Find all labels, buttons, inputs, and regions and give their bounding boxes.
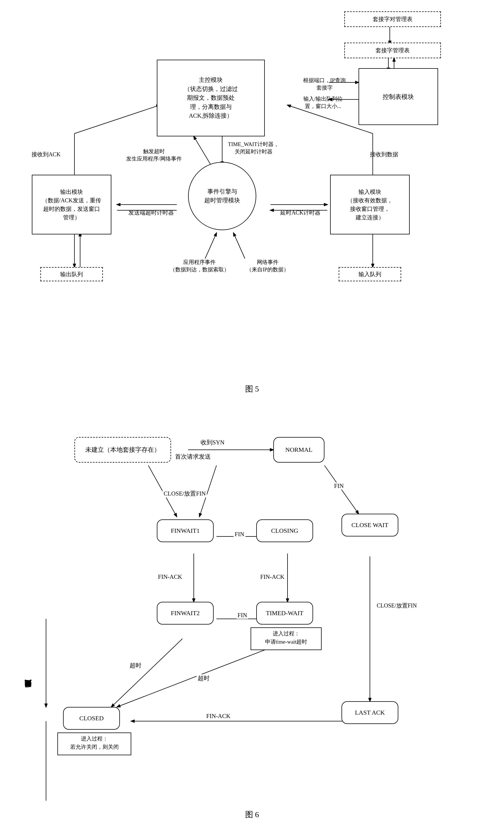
control-table-box: 控制表模块: [359, 68, 438, 125]
fig5-caption: 图 5: [17, 384, 487, 394]
label-queue-pos: 输入/输出队列位 置，窗口大小...: [290, 95, 356, 110]
page: 套接字对管理表 套接字管理表 控制表模块 主控模块 （状态切换，过滤过 期报文，…: [0, 0, 504, 824]
output-module-box: 输出模块 （数据/ACK发送，重传 超时的数据，发送窗口 管理）: [32, 175, 111, 234]
input-module-box: 输入模块 （接收有效数据， 接收窗口管理， 建立连接）: [330, 175, 410, 234]
label-query-socket: 根据端口，IP查询 套接字: [290, 77, 359, 92]
timed-wait-note: 进入过程： 申请time-wait超时: [250, 627, 322, 650]
label-fin2: FIN: [236, 612, 248, 619]
svg-line-23: [324, 466, 359, 514]
state-timed-wait: TIMED-WAIT: [256, 602, 313, 625]
label-first-send: 首次请求发送: [174, 453, 212, 460]
label-fin-ack1: FIN-ACK: [157, 574, 183, 581]
label-app-event: 应用程序事件 （数据到达，数据索取）: [168, 259, 231, 273]
svg-line-19: [233, 233, 245, 259]
state-close-wait: CLOSE WAIT: [341, 514, 398, 536]
closed-note: 进入过程： 若允许关闭，则关闭: [58, 732, 131, 755]
state-closed: CLOSED: [63, 707, 120, 730]
fig6-caption: 图 6: [17, 809, 487, 820]
state-last-ack: LAST ACK: [341, 701, 398, 724]
output-queue-box: 输出队列: [40, 267, 103, 281]
svg-line-6: [194, 136, 211, 165]
main-module-box: 主控模块 （状态切换，过滤过 期报文，数据预处 理，分离数据与 ACK,拆除连接…: [157, 60, 265, 136]
state-normal: NORMAL: [273, 437, 324, 462]
svg-line-12: [75, 105, 160, 133]
label-recv-data: 接收到数据: [359, 150, 410, 158]
label-delay-ack: 延时ACK计时器: [273, 209, 327, 216]
figure5-container: 套接字对管理表 套接字管理表 控制表模块 主控模块 （状态切换，过滤过 期报文，…: [18, 11, 486, 375]
label-close-fin2: CLOSE/放置FIN: [376, 602, 418, 610]
label-fin-ack2: FIN-ACK: [259, 574, 286, 581]
event-module-circle: 事件引擎与 超时管理模块: [188, 162, 256, 230]
label-enter-close: 进入过程关闭: [23, 656, 32, 730]
state-finwait1: FINWAIT1: [157, 519, 214, 542]
label-timeout2: 超时: [197, 674, 211, 682]
label-syn: 收到SYN: [199, 438, 225, 446]
figure6-container: 未建立（本地套接字存在） NORMAL FINWAIT1 CLOSING CLO…: [18, 409, 486, 801]
label-fin1: FIN: [233, 531, 245, 538]
label-recv-ack: 接收到ACK: [23, 150, 69, 158]
state-finwait2: FINWAIT2: [157, 602, 214, 625]
socket-table-box: 套接字管理表: [344, 42, 441, 58]
socket-table-top-box: 套接字对管理表: [344, 11, 441, 27]
state-closing: CLOSING: [256, 519, 313, 542]
label-net-event: 网络事件 （来自IP的数据）: [236, 259, 299, 273]
label-time-wait: TIME_WAIT计时器， 关闭延时计时器: [216, 141, 290, 156]
svg-line-29: [111, 639, 182, 707]
label-fin3: FIN: [333, 483, 345, 490]
state-unestablished: 未建立（本地套接字存在）: [75, 437, 171, 462]
label-timeout1: 超时: [128, 661, 142, 670]
svg-line-18: [205, 233, 216, 259]
label-fin-ack3: FIN-ACK: [205, 713, 231, 720]
label-close-fin1: CLOSE/放置FIN: [163, 490, 207, 498]
label-send-timeout: 发送端超时计时器: [118, 209, 184, 216]
input-queue-box: 输入队列: [339, 267, 401, 281]
label-trigger-timeout: 触发超时 发生应用程序/网络事件: [123, 148, 185, 163]
